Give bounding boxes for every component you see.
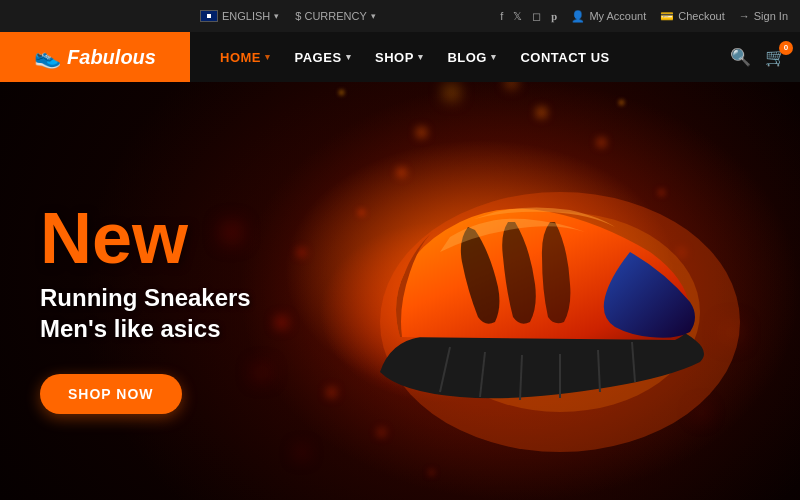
hero-section: New Running Sneakers Men's like asics Sh… <box>0 82 800 500</box>
checkout-label: Checkout <box>678 10 724 22</box>
nav-home-label: HOME <box>220 50 261 65</box>
language-label: ENGLISH <box>222 10 270 22</box>
nav-right: 🔍 🛒 0 <box>730 47 800 68</box>
social-icons: f 𝕏 ◻ 𝐩 <box>500 10 557 23</box>
signin-link[interactable]: → Sign In <box>739 10 788 22</box>
pinterest-icon[interactable]: 𝐩 <box>551 10 557 23</box>
hero-subtitle-line2: Men's like asics <box>40 315 220 342</box>
currency-label: $ CURRENCY <box>295 10 367 22</box>
checkout-icon: 💳 <box>660 10 674 23</box>
hero-content: New Running Sneakers Men's like asics Sh… <box>40 202 251 414</box>
language-selector[interactable]: ENGLISH ▾ <box>200 10 279 22</box>
top-actions: 👤 My Account 💳 Checkout → Sign In <box>571 10 788 23</box>
nav-pages-label: PAGES <box>295 50 342 65</box>
signin-icon: → <box>739 10 750 22</box>
nav-shop-label: SHOP <box>375 50 414 65</box>
nav-shop-chevron-icon: ▾ <box>418 52 424 62</box>
hero-subtitle-line1: Running Sneakers <box>40 284 251 311</box>
uk-flag-icon <box>200 10 218 22</box>
top-bar-right: f 𝕏 ◻ 𝐩 👤 My Account 💳 Checkout → Sign I… <box>500 10 788 23</box>
my-account-link[interactable]: 👤 My Account <box>571 10 646 23</box>
account-icon: 👤 <box>571 10 585 23</box>
hero-shoe-image <box>320 112 740 472</box>
instagram-icon[interactable]: ◻ <box>532 10 541 23</box>
facebook-icon[interactable]: f <box>500 10 503 22</box>
top-bar: ENGLISH ▾ $ CURRENCY ▾ f 𝕏 ◻ 𝐩 👤 My Acco… <box>0 0 800 32</box>
logo-text: Fabulous <box>67 46 156 69</box>
checkout-link[interactable]: 💳 Checkout <box>660 10 724 23</box>
currency-chevron-icon: ▾ <box>371 11 376 21</box>
nav-item-shop[interactable]: SHOP ▾ <box>365 32 433 82</box>
shop-now-button[interactable]: Shop Now <box>40 374 182 414</box>
nav-blog-chevron-icon: ▾ <box>491 52 497 62</box>
main-nav: 👟 Fabulous HOME ▾ PAGES ▾ SHOP ▾ BLOG ▾ … <box>0 32 800 82</box>
nav-home-chevron-icon: ▾ <box>265 52 271 62</box>
nav-item-pages[interactable]: PAGES ▾ <box>285 32 362 82</box>
nav-item-contact[interactable]: CONTACT US <box>510 32 619 82</box>
nav-pages-chevron-icon: ▾ <box>346 52 352 62</box>
language-chevron-icon: ▾ <box>274 11 279 21</box>
nav-links: HOME ▾ PAGES ▾ SHOP ▾ BLOG ▾ CONTACT US <box>190 32 730 82</box>
search-icon: 🔍 <box>730 48 751 67</box>
nav-contact-label: CONTACT US <box>520 50 609 65</box>
logo-icon: 👟 <box>34 44 61 70</box>
signin-label: Sign In <box>754 10 788 22</box>
hero-tag: New <box>40 202 251 274</box>
logo[interactable]: 👟 Fabulous <box>0 32 190 82</box>
account-label: My Account <box>589 10 646 22</box>
shoe-svg <box>320 122 740 462</box>
hero-subtitle: Running Sneakers Men's like asics <box>40 282 251 344</box>
cart-badge: 0 <box>779 41 793 55</box>
currency-selector[interactable]: $ CURRENCY ▾ <box>295 10 376 22</box>
cart-button[interactable]: 🛒 0 <box>765 47 786 68</box>
twitter-icon[interactable]: 𝕏 <box>513 10 522 23</box>
nav-item-home[interactable]: HOME ▾ <box>210 32 281 82</box>
search-button[interactable]: 🔍 <box>730 47 751 68</box>
top-bar-left: ENGLISH ▾ $ CURRENCY ▾ <box>0 10 376 22</box>
nav-blog-label: BLOG <box>447 50 487 65</box>
nav-item-blog[interactable]: BLOG ▾ <box>437 32 506 82</box>
